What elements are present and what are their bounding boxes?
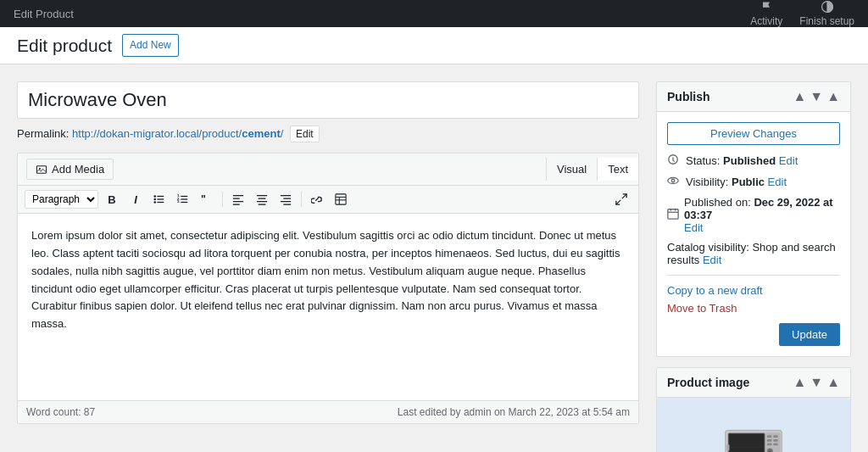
status-edit-link[interactable]: Edit <box>779 154 798 167</box>
ol-icon: 1.2.3. <box>177 193 189 205</box>
editor-footer: Word count: 87 Last edited by admin on M… <box>18 400 638 423</box>
toolbar-separator-2 <box>301 192 302 207</box>
permalink-row: Permalink: http://dokan-migrator.local/p… <box>17 126 639 142</box>
preview-changes-button[interactable]: Preview Changes <box>667 122 840 145</box>
table-button[interactable] <box>331 189 351 209</box>
visibility-edit-link[interactable]: Edit <box>768 176 787 188</box>
main-content: Permalink: http://dokan-migrator.local/p… <box>0 64 868 452</box>
publish-title: Publish <box>667 90 710 103</box>
publish-metabox-header: Publish ▲ ▼ ▲ <box>657 82 850 112</box>
finish-setup-label: Finish setup <box>799 15 854 27</box>
svg-text:": " <box>201 193 206 205</box>
product-image-svg <box>720 410 787 452</box>
link-icon <box>311 193 323 205</box>
move-trash-link[interactable]: Move to Trash <box>667 302 840 315</box>
update-button[interactable]: Update <box>779 323 840 346</box>
svg-rect-47 <box>767 439 771 442</box>
status-label: Status: Published Edit <box>686 154 798 167</box>
align-left-button[interactable] <box>228 189 248 209</box>
ul-icon <box>153 193 165 205</box>
svg-line-32 <box>622 194 626 198</box>
calendar-icon <box>667 208 679 222</box>
paragraph-select[interactable]: Paragraph <box>25 190 98 209</box>
fullscreen-icon <box>615 193 627 205</box>
svg-rect-28 <box>336 194 346 204</box>
flag-icon <box>760 0 773 14</box>
published-on-row: Published on: Dec 29, 2022 at 03:37 Edit <box>667 196 840 234</box>
last-edited: Last edited by admin on March 22, 2023 a… <box>398 406 630 418</box>
ordered-list-button[interactable]: 1.2.3. <box>173 189 193 209</box>
format-toolbar: Paragraph B I 1.2.3. " <box>18 186 638 214</box>
svg-point-7 <box>153 201 156 204</box>
toolbar-separator-1 <box>222 192 223 207</box>
published-on-label: Published on: Dec 29, 2022 at 03:37 Edit <box>684 196 840 234</box>
product-image-header: Product image ▲ ▼ ▲ <box>657 368 850 398</box>
blockquote-button[interactable]: " <box>197 189 217 209</box>
permalink-base: http://dokan-migrator.local/product/ <box>72 127 242 140</box>
product-title-input[interactable] <box>17 81 639 119</box>
svg-point-3 <box>153 195 156 198</box>
align-center-button[interactable] <box>252 189 272 209</box>
editor-content[interactable]: Lorem ipsum dolor sit amet, consectetur … <box>18 214 638 400</box>
visibility-row: Visibility: Public Edit <box>667 175 840 189</box>
bold-button[interactable]: B <box>102 189 122 209</box>
copy-draft-link[interactable]: Copy to a new draft <box>667 284 840 297</box>
blockquote-icon: " <box>201 193 213 205</box>
word-count: Word count: 87 <box>26 406 95 418</box>
visibility-icon <box>667 175 681 189</box>
add-new-button[interactable]: Add New <box>122 34 179 57</box>
svg-text:3.: 3. <box>177 200 181 204</box>
catalog-edit-link[interactable]: Edit <box>703 254 721 266</box>
product-image-placeholder[interactable] <box>657 398 850 452</box>
editor-text: Lorem ipsum dolor sit amet, consectetur … <box>31 227 625 333</box>
fullscreen-button[interactable] <box>611 189 632 209</box>
circle-half-icon <box>821 0 834 14</box>
publish-actions: Update <box>667 323 840 346</box>
permalink-edit-button[interactable]: Edit <box>290 126 320 142</box>
permalink-slug: cement <box>242 127 281 140</box>
right-column: Publish ▲ ▼ ▲ Preview Changes Status: Pu… <box>656 81 851 452</box>
svg-point-5 <box>153 198 156 201</box>
table-icon <box>335 193 347 205</box>
collapse-up-icon[interactable]: ▲ <box>793 89 806 104</box>
product-image-collapse-down[interactable]: ▼ <box>810 375 823 390</box>
publish-divider <box>667 275 840 276</box>
product-image-header-icons: ▲ ▼ ▲ <box>793 375 840 390</box>
visual-tab[interactable]: Visual <box>546 158 597 181</box>
align-left-icon <box>232 193 244 205</box>
align-right-button[interactable] <box>275 189 296 209</box>
italic-button[interactable]: I <box>125 189 146 209</box>
product-image-toggle[interactable]: ▲ <box>826 375 840 390</box>
admin-bar: Edit Product Activity Finish setup <box>0 0 868 27</box>
svg-rect-46 <box>773 436 777 438</box>
toggle-icon[interactable]: ▲ <box>826 89 840 104</box>
align-right-icon <box>280 193 292 205</box>
editor-tabs: Visual Text <box>546 158 638 181</box>
permalink-suffix: / <box>281 127 284 140</box>
svg-rect-1 <box>36 165 46 172</box>
media-toolbar: Add Media <box>18 153 122 185</box>
editor-container: Add Media Visual Text Paragraph B I <box>17 153 639 424</box>
status-icon <box>667 153 681 168</box>
add-media-icon <box>36 164 47 176</box>
catalog-label-text: Catalog visibility: Shop and search resu… <box>667 241 840 266</box>
publish-metabox: Publish ▲ ▼ ▲ Preview Changes Status: Pu… <box>656 81 851 357</box>
publish-header-icons: ▲ ▼ ▲ <box>793 89 840 104</box>
visibility-label: Visibility: Public Edit <box>686 176 787 188</box>
link-button[interactable] <box>307 189 327 209</box>
admin-bar-title: Edit Product <box>14 8 74 20</box>
catalog-row: Catalog visibility: Shop and search resu… <box>667 241 840 266</box>
svg-point-36 <box>671 179 675 182</box>
text-tab[interactable]: Text <box>597 158 638 181</box>
published-edit-link[interactable]: Edit <box>684 221 703 234</box>
finish-setup-nav-item[interactable]: Finish setup <box>799 0 854 27</box>
unordered-list-button[interactable] <box>149 189 170 209</box>
svg-point-35 <box>668 178 678 184</box>
product-image-collapse-up[interactable]: ▲ <box>793 375 806 390</box>
activity-nav-item[interactable]: Activity <box>750 0 782 27</box>
add-media-button[interactable]: Add Media <box>26 159 114 180</box>
collapse-down-icon[interactable]: ▼ <box>810 89 823 104</box>
add-media-label: Add Media <box>52 163 104 176</box>
permalink-link[interactable]: http://dokan-migrator.local/product/ceme… <box>72 127 287 140</box>
product-image-metabox: Product image ▲ ▼ ▲ <box>656 367 851 452</box>
